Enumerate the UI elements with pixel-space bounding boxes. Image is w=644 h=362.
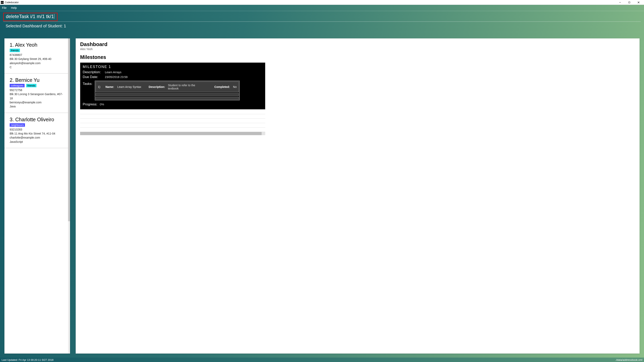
task-completed-value: No (233, 85, 237, 88)
student-lang: C (10, 65, 63, 69)
list-item (80, 119, 265, 123)
menu-help[interactable]: Help (11, 6, 17, 9)
student-name: 2. Bernice Yu (10, 77, 63, 83)
milestone-due-label: Due Date: (83, 75, 103, 79)
task-completed-label: Completed: (214, 85, 230, 88)
student-name: 3. Charlotte Oliveiro (10, 117, 63, 122)
task-row-empty (96, 97, 239, 99)
command-underline (3, 21, 641, 22)
list-scrollbar-thumb[interactable] (68, 38, 70, 221)
tasks-label: Tasks: (83, 81, 93, 86)
window-titlebar: edu Codeducator (0, 0, 644, 5)
student-email: charlotte@example.com (10, 136, 63, 140)
tag-friends: friends (10, 49, 20, 52)
maximize-button[interactable] (625, 0, 634, 5)
student-phone: 99272758 (10, 88, 63, 92)
progress-value: 0% (100, 103, 104, 106)
milestone-list-extra (80, 110, 265, 135)
tag-friends: friends (26, 84, 36, 87)
student-address: Blk 30 Geylang Street 29, #06-40 (10, 57, 63, 61)
milestone-card: MILESTONE 1 Description: Learn Arrays Du… (80, 62, 265, 109)
task-row[interactable]: 1) Name: Learn Array Syntax Description:… (96, 81, 239, 92)
list-item (80, 127, 265, 132)
milestones-heading: Milestones (80, 54, 635, 60)
menu-file[interactable]: File (2, 6, 7, 9)
task-desc-label: Description: (149, 85, 165, 88)
task-index: 1) (98, 85, 102, 88)
milestone-desc-value: Learn Arrays (105, 71, 121, 74)
student-address: Blk 11 Ang Mo Kio Street 74, #11-04 (10, 131, 63, 136)
tag-neighbours: neighbours (10, 123, 25, 127)
student-card[interactable]: 2. Bernice Yucolleaguesfriends99272758Bl… (4, 74, 68, 113)
task-name-label: Name: (106, 85, 114, 88)
statusbar: Last Updated: Fri Apr 13 00:20:11 SGT 20… (0, 358, 644, 362)
student-list-panel: 1. Alex Yeohfriends87438807Blk 30 Geylan… (4, 38, 70, 354)
student-email: alexyeoh@example.com (10, 61, 63, 65)
tag-colleagues: colleagues (10, 84, 24, 87)
student-card[interactable]: 1. Alex Yeohfriends87438807Blk 30 Geylan… (4, 38, 68, 74)
statusbar-datafile: ./data/addressbook.xml (616, 359, 642, 362)
milestone-title: MILESTONE 1 (83, 65, 263, 69)
progress-label: Progress: (83, 102, 98, 106)
student-name: 1. Alex Yeoh (10, 42, 63, 48)
svg-rect-1 (629, 1, 630, 3)
task-name-value: Learn Array Syntax (117, 85, 146, 88)
horizontal-scrollbar-thumb[interactable] (80, 132, 262, 135)
list-item (80, 114, 265, 119)
list-item (80, 110, 265, 114)
app-icon: edu (1, 1, 4, 4)
milestone-due-value: 23/05/2018 23:59 (105, 75, 128, 79)
milestone-desc-label: Description: (83, 70, 103, 74)
list-item (80, 123, 265, 127)
tasks-list: 1) Name: Learn Array Syntax Description:… (95, 81, 240, 100)
statusbar-last-updated: Last Updated: Fri Apr 13 00:20:11 SGT 20… (2, 359, 54, 362)
tag-row: neighbours (10, 123, 63, 127)
dashboard-title: Dashboard (80, 41, 635, 47)
command-input[interactable]: deleteTask i/1 m/1 tk/1 (3, 13, 58, 21)
window-title: Codeducator (5, 1, 19, 4)
minimize-button[interactable] (616, 0, 625, 5)
tag-row: colleaguesfriends (10, 84, 63, 87)
command-input-text: deleteTask i/1 m/1 tk/1 (6, 14, 54, 19)
student-phone: 87438807 (10, 53, 63, 57)
student-lang: JavaScript (10, 140, 63, 144)
dashboard-panel: Dashboard Alex Yeoh Milestones MILESTONE… (76, 38, 640, 354)
task-row-empty (96, 93, 239, 96)
horizontal-scrollbar[interactable] (80, 132, 265, 135)
student-email: berniceyu@example.com (10, 100, 63, 104)
task-desc-value: Student to refer to the textbook (168, 84, 202, 90)
student-phone: 93210283 (10, 127, 63, 131)
tag-row: friends (10, 49, 63, 52)
student-lang: Java (10, 104, 63, 108)
student-address: Blk 30 Lorong 3 Serangoon Gardens, #07-1… (10, 92, 63, 100)
status-line: Selected Dashboard of Student: 1 (0, 22, 644, 30)
close-button[interactable] (634, 0, 643, 5)
dashboard-subtitle: Alex Yeoh (80, 47, 635, 51)
student-card[interactable]: 3. Charlotte Oliveironeighbours93210283B… (4, 113, 68, 148)
menubar: File Help (0, 5, 644, 11)
